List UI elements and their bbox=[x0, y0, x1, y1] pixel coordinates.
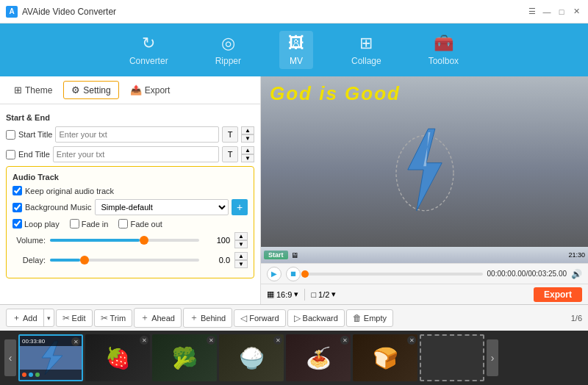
start-title-up-button[interactable]: ▲ bbox=[241, 126, 254, 134]
film-item-3[interactable]: 🥦 ✕ bbox=[152, 334, 217, 381]
background-music-checkbox[interactable] bbox=[12, 203, 22, 212]
forward-button[interactable]: ◁ Forward bbox=[234, 309, 285, 327]
film-item-6[interactable]: 🍞 ✕ bbox=[353, 334, 417, 381]
film-item-2-close-button[interactable]: ✕ bbox=[140, 336, 148, 345]
end-title-format-button[interactable]: T bbox=[222, 146, 238, 162]
close-button[interactable]: ✕ bbox=[570, 6, 582, 18]
start-title-checkbox[interactable] bbox=[6, 130, 15, 140]
nav-converter-label: Converter bbox=[129, 56, 168, 66]
film-item-3-close-button[interactable]: ✕ bbox=[207, 336, 215, 345]
tab-setting-label: Setting bbox=[83, 85, 110, 96]
start-title-format-button[interactable]: T bbox=[222, 126, 238, 143]
audio-track-title: Audio Track bbox=[12, 173, 248, 181]
loop-play-option: Loop play bbox=[12, 219, 60, 229]
progress-bar[interactable] bbox=[305, 273, 483, 276]
keep-original-label: Keep original audio track bbox=[25, 187, 114, 195]
time-display: 00:00:00.00/00:03:25.00 bbox=[487, 270, 567, 278]
nav-mv-label: MV bbox=[290, 56, 303, 66]
progress-thumb[interactable] bbox=[301, 270, 309, 278]
delay-slider[interactable] bbox=[50, 259, 199, 262]
end-title-row: End Title T ▲ ▼ bbox=[6, 146, 254, 162]
start-title-spin: ▲ ▼ bbox=[241, 126, 254, 143]
film-item-6-close-button[interactable]: ✕ bbox=[407, 336, 416, 345]
start-title-row: Start Title T ▲ ▼ bbox=[6, 126, 254, 143]
add-main-button[interactable]: ＋ Add bbox=[7, 309, 44, 326]
export-button[interactable]: Export bbox=[534, 287, 582, 302]
minimize-button[interactable]: — bbox=[541, 6, 553, 18]
filmstrip-next-button[interactable]: › bbox=[487, 339, 498, 376]
add-music-button[interactable]: + bbox=[232, 199, 248, 215]
tab-export-label: Export bbox=[145, 85, 171, 96]
film-item-2[interactable]: 🍓 ✕ bbox=[85, 334, 150, 381]
film-item-empty[interactable] bbox=[420, 334, 484, 381]
empty-button[interactable]: 🗑 Empty bbox=[346, 309, 393, 327]
aspect-dropdown-icon: ▾ bbox=[294, 289, 298, 299]
delay-down-button[interactable]: ▼ bbox=[234, 260, 248, 268]
delay-up-button[interactable]: ▲ bbox=[234, 252, 248, 260]
converter-icon: ↻ bbox=[142, 34, 155, 53]
fade-out-checkbox[interactable] bbox=[118, 219, 128, 229]
maximize-button[interactable]: □ bbox=[556, 6, 567, 18]
forward-label: Forward bbox=[249, 314, 279, 323]
start-title-down-button[interactable]: ▼ bbox=[241, 134, 254, 143]
volume-down-button[interactable]: ▼ bbox=[234, 240, 248, 248]
keep-original-row: Keep original audio track bbox=[12, 186, 248, 195]
page-select[interactable]: □ 1/2 ▾ bbox=[311, 289, 336, 299]
edit-icon: ✂ bbox=[62, 313, 70, 323]
volume-up-button[interactable]: ▲ bbox=[234, 232, 248, 240]
add-dropdown-button[interactable]: ▾ bbox=[44, 312, 54, 325]
tab-export[interactable]: 📤 Export bbox=[122, 81, 179, 99]
film-item-4-close-button[interactable]: ✕ bbox=[273, 336, 282, 345]
volume-thumb[interactable] bbox=[140, 236, 148, 245]
film-item-1-bottom bbox=[20, 370, 82, 380]
film-item-5-close-button[interactable]: ✕ bbox=[340, 336, 349, 345]
aspect-ratio-select[interactable]: ▦ 16:9 ▾ bbox=[267, 289, 298, 299]
filmstrip-prev-button[interactable]: ‹ bbox=[4, 339, 16, 376]
edit-button[interactable]: ✂ Edit bbox=[56, 309, 93, 327]
volume-slider[interactable] bbox=[50, 239, 199, 242]
music-select[interactable]: Simple-default bbox=[95, 199, 229, 215]
nav-toolbox[interactable]: 🧰 Toolbox bbox=[420, 31, 467, 69]
keep-original-checkbox[interactable] bbox=[12, 186, 22, 195]
nav-ripper[interactable]: ◎ Ripper bbox=[207, 31, 250, 69]
delay-label: Delay: bbox=[12, 256, 46, 265]
film-item-1-close-button[interactable]: ✕ bbox=[71, 337, 80, 346]
delay-thumb[interactable] bbox=[80, 256, 89, 265]
background-music-label: Background Music bbox=[25, 203, 92, 212]
fade-in-label: Fade in bbox=[82, 220, 109, 229]
nav-collage[interactable]: ⊞ Collage bbox=[343, 31, 390, 69]
trim-icon: ✂ bbox=[101, 313, 108, 323]
stop-button[interactable]: ⏹ bbox=[286, 267, 301, 281]
delay-spin: ▲ ▼ bbox=[234, 252, 248, 268]
taskbar-start-button[interactable]: Start bbox=[264, 251, 288, 259]
behind-button[interactable]: ＋ Behind bbox=[183, 308, 232, 328]
trim-button[interactable]: ✂ Trim bbox=[94, 309, 133, 327]
film-item-4[interactable]: 🍚 ✕ bbox=[219, 334, 284, 381]
menu-icon[interactable]: ☰ bbox=[526, 6, 538, 18]
page-dropdown-icon: ▾ bbox=[331, 289, 336, 299]
start-title-input[interactable] bbox=[55, 126, 219, 143]
nav-converter[interactable]: ↻ Converter bbox=[121, 31, 177, 69]
backward-icon: ▷ bbox=[294, 313, 301, 323]
ahead-button[interactable]: ＋ Ahead bbox=[134, 308, 182, 328]
fade-in-checkbox[interactable] bbox=[70, 219, 79, 229]
end-title-checkbox[interactable] bbox=[6, 150, 15, 159]
end-title-up-button[interactable]: ▲ bbox=[241, 146, 254, 154]
backward-button[interactable]: ▷ Backward bbox=[287, 309, 345, 327]
loop-play-checkbox[interactable] bbox=[12, 219, 22, 229]
volume-icon[interactable]: 🔊 bbox=[571, 269, 582, 279]
delay-fill bbox=[50, 259, 80, 262]
film-item-1-dot3 bbox=[35, 373, 40, 377]
tab-setting[interactable]: ⚙ Setting bbox=[63, 81, 118, 99]
film-item-1[interactable]: 00:33:80 ✕ bbox=[18, 334, 83, 381]
end-title-input[interactable] bbox=[53, 146, 219, 162]
play-button[interactable]: ▶ bbox=[267, 267, 282, 281]
film-item-5[interactable]: 🍝 ✕ bbox=[286, 334, 351, 381]
empty-label: Empty bbox=[364, 314, 387, 323]
nav-mv[interactable]: 🖼 MV bbox=[279, 31, 313, 69]
behind-label: Behind bbox=[201, 314, 226, 323]
tab-theme[interactable]: ⊞ Theme bbox=[6, 81, 60, 99]
taskbar-icons: 🖥 bbox=[291, 251, 298, 259]
end-title-down-button[interactable]: ▼ bbox=[241, 154, 254, 162]
aspect-icon: ▦ bbox=[267, 289, 274, 299]
